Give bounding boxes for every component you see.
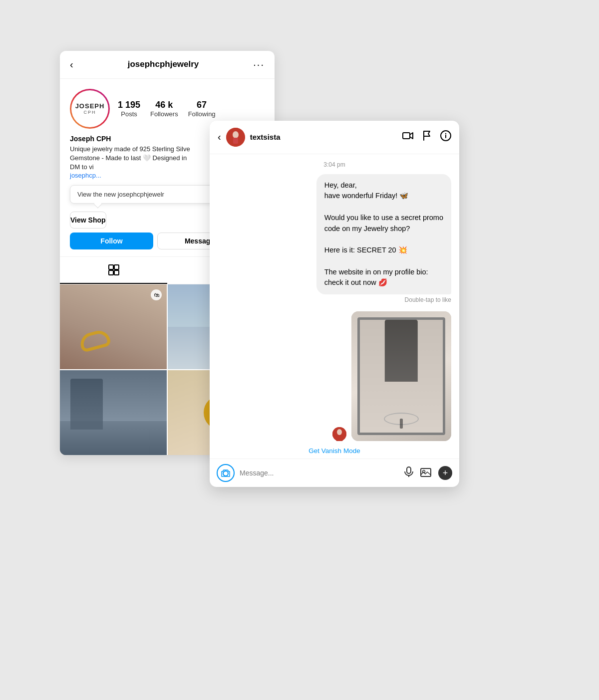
info-icon-svg <box>440 130 451 141</box>
mic-icon-svg <box>404 467 413 477</box>
svg-point-6 <box>233 131 239 138</box>
dm-card: ‹ textsista <box>210 121 459 487</box>
stat-following[interactable]: 67 Following <box>188 100 216 118</box>
dm-message-wrap: Hey, dear, have wonderful Friday! 🦋 Woul… <box>210 172 459 295</box>
dm-body: 3:04 pm Hey, dear, have wonderful Friday… <box>210 154 459 459</box>
video-call-icon[interactable] <box>402 131 413 143</box>
plus-symbol: + <box>443 468 448 478</box>
svg-rect-2 <box>109 270 113 275</box>
dm-username: textsista <box>250 133 397 141</box>
svg-rect-0 <box>109 265 113 269</box>
camera-button[interactable] <box>217 464 235 482</box>
svg-point-14 <box>337 429 342 435</box>
bio-line1: Unique jewelry made of 925 Sterling Silv… <box>70 145 190 153</box>
following-label: Following <box>188 110 216 118</box>
stat-posts[interactable]: 1 195 Posts <box>118 100 140 118</box>
grid-icon <box>108 264 120 276</box>
more-options-icon[interactable]: ··· <box>253 59 265 70</box>
posts-count: 1 195 <box>118 100 140 110</box>
svg-rect-19 <box>421 468 431 476</box>
dm-avatar <box>226 128 245 147</box>
vanish-mode-button[interactable]: Get Vanish Mode <box>210 441 459 459</box>
dm-back-icon[interactable]: ‹ <box>218 131 221 143</box>
photo-cell-3[interactable] <box>60 370 167 455</box>
dm-double-tap-hint: Double-tap to like <box>210 294 459 307</box>
svg-rect-9 <box>403 133 410 139</box>
tab-grid[interactable] <box>60 257 167 284</box>
svg-rect-8 <box>233 138 238 144</box>
video-icon-svg <box>402 131 413 140</box>
message-input[interactable] <box>240 469 399 477</box>
flag-icon[interactable] <box>422 130 431 144</box>
profile-username: josephcphjewelry <box>128 59 199 69</box>
dm-header-icons <box>402 130 451 144</box>
bio-line2: Gemstone - Made to last 🤍 Designed in <box>70 154 187 162</box>
flag-icon-svg <box>422 130 431 141</box>
camera-icon-svg <box>221 469 230 477</box>
profile-header: ‹ josephcphjewelry ··· <box>60 51 275 79</box>
dm-avatar-image <box>226 128 245 147</box>
gallery-icon[interactable] <box>420 467 431 479</box>
dm-sender-small-avatar <box>332 427 346 441</box>
info-icon[interactable] <box>440 130 451 144</box>
mic-icon[interactable] <box>404 467 413 480</box>
followers-label: Followers <box>150 110 178 118</box>
photo-cell-1[interactable]: 🛍 <box>60 284 167 369</box>
dm-timestamp: 3:04 pm <box>210 154 459 172</box>
avatar: JOSEPH CPH <box>70 89 110 129</box>
dm-image-bubble[interactable] <box>351 311 451 441</box>
avatar-inner: JOSEPH CPH <box>71 90 108 127</box>
dm-input-bar: + <box>210 459 459 487</box>
stats-row: 1 195 Posts 46 k Followers 67 Following <box>118 100 265 118</box>
bio-line3: DM to vi <box>70 163 94 171</box>
avatar-text-sub: CPH <box>83 110 96 115</box>
svg-rect-3 <box>114 270 119 275</box>
followers-count: 46 k <box>155 100 173 110</box>
dm-bubble[interactable]: Hey, dear, have wonderful Friday! 🦋 Woul… <box>316 174 451 295</box>
posts-label: Posts <box>121 110 137 118</box>
dm-image-wrap <box>210 307 459 441</box>
stat-followers[interactable]: 46 k Followers <box>150 100 178 118</box>
following-count: 67 <box>197 100 207 110</box>
avatar-text-main: JOSEPH <box>75 102 105 110</box>
add-attachment-button[interactable]: + <box>438 466 452 480</box>
view-shop-button[interactable]: View Shop <box>70 212 106 229</box>
svg-rect-17 <box>407 467 411 473</box>
back-icon[interactable]: ‹ <box>70 59 73 70</box>
svg-point-12 <box>445 133 446 134</box>
gallery-icon-svg <box>420 467 431 477</box>
dm-header: ‹ textsista <box>210 121 459 154</box>
dm-input-icons: + <box>404 466 452 480</box>
follow-button[interactable]: Follow <box>70 233 153 249</box>
sender-avatar-svg <box>332 427 346 441</box>
svg-point-16 <box>223 471 228 476</box>
svg-rect-1 <box>114 265 119 269</box>
